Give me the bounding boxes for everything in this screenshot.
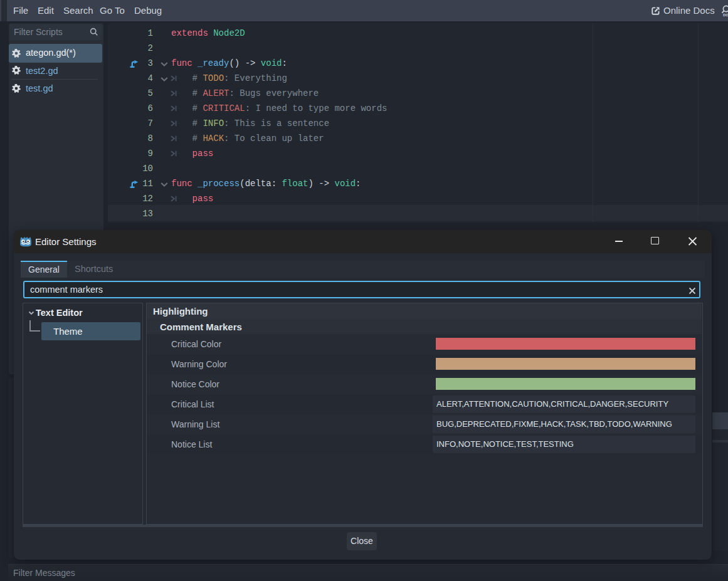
svg-text:DO: DO [723, 13, 728, 17]
